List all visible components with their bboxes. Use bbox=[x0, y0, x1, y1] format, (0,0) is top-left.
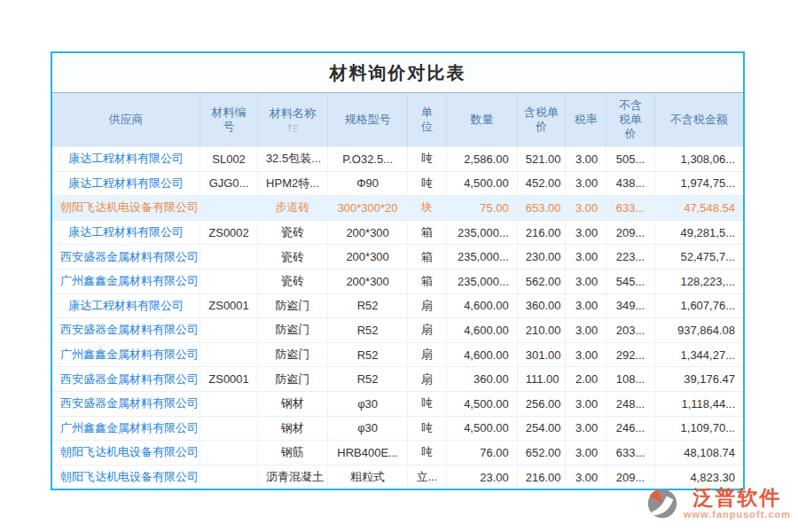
cell-price_no_tax: 209... bbox=[606, 220, 655, 245]
table-row[interactable]: 朝阳飞达机电设备有限公司钢筋HRB400E...吨76.00652.003.00… bbox=[52, 441, 743, 466]
table-row[interactable]: 朝阳飞达机电设备有限公司步道砖300*300*20块75.00653.003.0… bbox=[52, 196, 743, 221]
cell-material_no: ZS0002 bbox=[200, 220, 258, 245]
cell-supplier[interactable]: 康达工程材料有限公司 bbox=[52, 171, 200, 196]
cell-unit: 吨 bbox=[407, 441, 446, 466]
cell-material_no bbox=[200, 465, 258, 489]
cell-spec: φ30 bbox=[328, 391, 408, 416]
cell-supplier[interactable]: 西安盛器金属材料有限公司 bbox=[52, 318, 200, 343]
vendor-logo: 泛普软件 www.fanpusoft.com bbox=[645, 487, 791, 520]
cell-amount_no_tax: 52,475,7... bbox=[654, 245, 743, 270]
column-header-tax_rate: 税率 bbox=[566, 93, 606, 147]
cell-spec: P.O32.5... bbox=[328, 147, 408, 172]
cell-tax_rate: 3.00 bbox=[566, 391, 606, 416]
cell-spec: 200*300 bbox=[328, 269, 408, 293]
fanpu-logo-icon bbox=[645, 487, 679, 520]
cell-supplier[interactable]: 西安盛器金属材料有限公司 bbox=[52, 391, 200, 416]
cell-price_with_tax: 230.00 bbox=[517, 245, 566, 270]
cell-unit: 吨 bbox=[407, 147, 446, 172]
page: 材料询价对比表 供应商材料编 号材料名称规格型号单 位数量含税单 价税率不含 税… bbox=[0, 0, 798, 532]
cell-quantity: 235,000... bbox=[447, 269, 517, 293]
cell-supplier[interactable]: 广州鑫鑫金属材料有限公司 bbox=[52, 416, 200, 441]
cell-price_no_tax: 203... bbox=[606, 318, 655, 343]
cell-material_name: 钢材 bbox=[257, 416, 327, 441]
cell-supplier[interactable]: 康达工程材料有限公司 bbox=[52, 147, 200, 172]
cell-amount_no_tax: 47,548.54 bbox=[654, 196, 743, 221]
column-label-supplier: 供应商 bbox=[109, 113, 144, 127]
cell-material_no bbox=[200, 391, 258, 416]
cell-supplier[interactable]: 康达工程材料有限公司 bbox=[52, 293, 200, 318]
cell-supplier[interactable]: 朝阳飞达机电设备有限公司 bbox=[52, 196, 200, 221]
cell-amount_no_tax: 1,974,75... bbox=[654, 171, 743, 196]
column-label-quantity: 数量 bbox=[471, 113, 494, 127]
cell-unit: 箱 bbox=[407, 245, 446, 270]
column-header-spec: 规格型号 bbox=[328, 93, 408, 147]
cell-supplier[interactable]: 西安盛器金属材料有限公司 bbox=[52, 367, 200, 392]
cell-price_no_tax: 633... bbox=[606, 441, 655, 466]
table-row[interactable]: 康达工程材料有限公司ZS0001防盗门R52扇4,600.00360.003.0… bbox=[52, 293, 743, 318]
cell-supplier[interactable]: 朝阳飞达机电设备有限公司 bbox=[52, 441, 200, 466]
table-row[interactable]: 康达工程材料有限公司SL00232.5包装...P.O32.5...吨2,586… bbox=[52, 147, 743, 172]
cell-supplier[interactable]: 朝阳飞达机电设备有限公司 bbox=[52, 465, 200, 489]
cell-material_name: 钢材 bbox=[257, 391, 327, 416]
cell-unit: 箱 bbox=[407, 269, 446, 293]
cell-price_no_tax: 292... bbox=[606, 342, 655, 367]
cell-price_with_tax: 521.00 bbox=[517, 147, 566, 172]
cell-material_no bbox=[200, 416, 258, 441]
cell-quantity: 76.00 bbox=[447, 441, 517, 466]
cell-quantity: 4,500.00 bbox=[447, 416, 517, 441]
cell-amount_no_tax: 48,108.74 bbox=[654, 441, 743, 466]
cell-price_no_tax: 349... bbox=[606, 293, 655, 318]
vendor-text: 泛普软件 www.fanpusoft.com bbox=[684, 488, 791, 520]
cell-price_no_tax: 438... bbox=[606, 171, 655, 196]
table-row[interactable]: 西安盛器金属材料有限公司钢材φ30吨4,500.00256.003.00248.… bbox=[52, 391, 743, 416]
cell-material_name: 沥青混凝土 bbox=[257, 465, 327, 489]
column-header-material_name[interactable]: 材料名称 bbox=[257, 93, 327, 147]
cell-material_no: GJG0... bbox=[200, 171, 258, 196]
cell-price_no_tax: 545... bbox=[606, 269, 655, 293]
table-row[interactable]: 广州鑫鑫金属材料有限公司防盗门R52扇4,600.00301.003.00292… bbox=[52, 342, 743, 367]
column-header-quantity: 数量 bbox=[447, 93, 517, 147]
cell-supplier[interactable]: 康达工程材料有限公司 bbox=[52, 220, 200, 245]
table-row[interactable]: 广州鑫鑫金属材料有限公司钢材φ30吨4,500.00254.003.00246.… bbox=[52, 416, 743, 441]
cell-material_name: 步道砖 bbox=[257, 196, 327, 221]
cell-supplier[interactable]: 广州鑫鑫金属材料有限公司 bbox=[52, 269, 200, 293]
vendor-url: www.fanpusoft.com bbox=[684, 510, 791, 520]
column-header-price_no_tax: 不含 税单 价 bbox=[606, 93, 655, 147]
cell-tax_rate: 3.00 bbox=[566, 441, 606, 466]
cell-price_with_tax: 652.00 bbox=[517, 441, 566, 466]
cell-unit: 立... bbox=[407, 465, 446, 489]
cell-tax_rate: 3.00 bbox=[566, 171, 606, 196]
sort-icon[interactable] bbox=[287, 123, 299, 133]
table-row[interactable]: 西安盛器金属材料有限公司瓷砖200*300箱235,000...230.003.… bbox=[52, 245, 743, 270]
cell-material_name: 防盗门 bbox=[257, 367, 327, 392]
page-title: 材料询价对比表 bbox=[330, 61, 466, 85]
cell-material_name: 防盗门 bbox=[257, 293, 327, 318]
column-header-supplier: 供应商 bbox=[52, 93, 200, 147]
cell-material_no: ZS0001 bbox=[200, 367, 258, 392]
cell-quantity: 235,000... bbox=[447, 245, 517, 270]
table-row[interactable]: 西安盛器金属材料有限公司防盗门R52扇4,600.00210.003.00203… bbox=[52, 318, 743, 343]
table-row[interactable]: 西安盛器金属材料有限公司ZS0001防盗门R52扇360.00111.002.0… bbox=[52, 367, 743, 392]
cell-spec: HRB400E... bbox=[328, 441, 408, 466]
cell-price_with_tax: 216.00 bbox=[517, 220, 566, 245]
cell-quantity: 4,500.00 bbox=[447, 391, 517, 416]
cell-amount_no_tax: 49,281,5... bbox=[654, 220, 743, 245]
cell-supplier[interactable]: 西安盛器金属材料有限公司 bbox=[52, 245, 200, 270]
table-row[interactable]: 广州鑫鑫金属材料有限公司瓷砖200*300箱235,000...562.003.… bbox=[52, 269, 743, 293]
cell-price_no_tax: 246... bbox=[606, 416, 655, 441]
cell-material_no: SL002 bbox=[200, 147, 258, 172]
comparison-table: 供应商材料编 号材料名称规格型号单 位数量含税单 价税率不含 税单 价不含税金额… bbox=[52, 93, 743, 489]
cell-unit: 块 bbox=[407, 196, 446, 221]
cell-amount_no_tax: 1,109,70... bbox=[654, 416, 743, 441]
table-row[interactable]: 康达工程材料有限公司ZS0002瓷砖200*300箱235,000...216.… bbox=[52, 220, 743, 245]
column-label-amount_no_tax: 不含税金额 bbox=[670, 113, 728, 127]
cell-price_no_tax: 223... bbox=[606, 245, 655, 270]
cell-material_name: 瓷砖 bbox=[257, 220, 327, 245]
cell-spec: R52 bbox=[328, 367, 408, 392]
cell-price_no_tax: 108... bbox=[606, 367, 655, 392]
cell-supplier[interactable]: 广州鑫鑫金属材料有限公司 bbox=[52, 342, 200, 367]
table-row[interactable]: 康达工程材料有限公司GJG0...HPM2特...Φ90吨4,500.00452… bbox=[52, 171, 743, 196]
cell-price_with_tax: 360.00 bbox=[517, 293, 566, 318]
table-row[interactable]: 朝阳飞达机电设备有限公司沥青混凝土粗粒式立...23.00216.003.002… bbox=[52, 465, 743, 489]
cell-quantity: 4,500.00 bbox=[447, 171, 517, 196]
